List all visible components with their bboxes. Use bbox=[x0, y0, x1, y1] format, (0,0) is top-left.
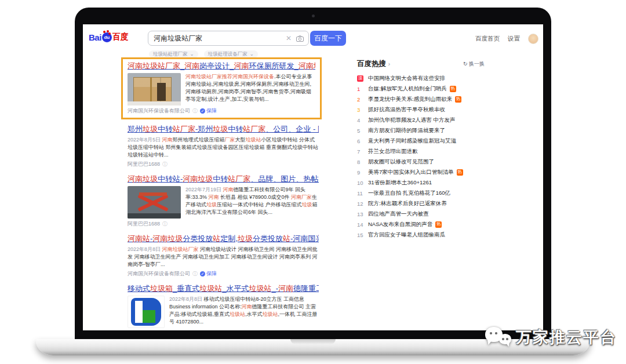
search-button[interactable]: 百度一下 bbox=[310, 31, 346, 46]
hot-search-header: 百度热搜 › ↻ 换一换 bbox=[357, 59, 485, 69]
hot-rank: 10 bbox=[357, 180, 365, 186]
hot-item[interactable]: 5南方朋友们期待的降温就要来了 bbox=[357, 125, 485, 136]
hot-item[interactable]: 1031省份新增本土360+1261 bbox=[357, 177, 485, 188]
hot-item[interactable]: 3抓好抗高温热害干旱夺秋粮丰收 bbox=[357, 104, 485, 115]
hot-rank: 2 bbox=[357, 96, 365, 103]
hot-rank: 14 bbox=[357, 221, 365, 228]
hot-item[interactable]: 4加州仇华犯罪频发2人遇害 中方发声 bbox=[357, 115, 485, 125]
hot-search-title[interactable]: 百度热搜 › bbox=[357, 59, 390, 69]
webcam-dot bbox=[312, 14, 315, 17]
search-result: 河南垃圾中转站-河南垃圾中转站厂家、品牌、图片、热帖-阿...2022年7月19… bbox=[128, 174, 319, 228]
watermark-text: 万家推云平台 bbox=[516, 327, 617, 348]
hot-rank: 11 bbox=[357, 190, 365, 196]
hot-item[interactable]: 2李显龙忧中美关系:感觉到山雨欲来热 bbox=[357, 94, 485, 104]
result-body: 河南垃圾站厂家推荐河南国兴环保设备.本公司专业从事河南垃圾站,河南垃圾房,河南环… bbox=[128, 73, 315, 105]
hot-rank: 12 bbox=[357, 201, 365, 207]
result-snippet: 河南垃圾站厂家推荐河南国兴环保设备.本公司专业从事河南垃圾站,河南垃圾房,河南环… bbox=[185, 73, 315, 105]
hot-item-text: 台媒:解放军无人机拍到金门哨兵 bbox=[368, 85, 447, 93]
hot-item-text: 31省份新增本土360+1261 bbox=[368, 179, 432, 187]
result-snippet: 2022年7月19日 河南德隆重工科技有限公司9年 回头率:33.3% 河南 长… bbox=[185, 186, 319, 219]
result-thumbnail[interactable] bbox=[128, 186, 181, 219]
settings-link[interactable]: 设置 bbox=[508, 35, 520, 43]
search-result: 移动式垃圾箱_垂直式垃圾站_水平式垃圾站_-河南德隆重工科...2022年8月8… bbox=[128, 284, 319, 330]
clear-icon[interactable]: ✕ bbox=[282, 34, 295, 42]
chevron-right-icon: › bbox=[388, 60, 390, 67]
hot-item-text: 官方回应女子曝老人组团偷南瓜 bbox=[368, 231, 445, 239]
hot-item[interactable]: 6意大利男子同时感染猴痘新冠与艾滋 bbox=[357, 136, 485, 146]
hot-item-text: 意大利男子同时感染猴痘新冠与艾滋 bbox=[368, 137, 456, 145]
hot-rank: 15 bbox=[357, 232, 365, 238]
baidu-home-link[interactable]: 百度首页 bbox=[475, 35, 500, 43]
baidu-logo[interactable]: Bai du 百度 bbox=[89, 32, 129, 42]
info-icon: ⓘ bbox=[192, 270, 198, 278]
hot-item[interactable]: 11一张最丑自拍 扎克伯格花了160亿 bbox=[357, 188, 485, 198]
result-source: 河南国兴环保设备有限公司ⓘ✓保障 bbox=[128, 107, 315, 115]
hot-item[interactable]: 9美将7家中国实体列入出口管制清单热 bbox=[357, 167, 485, 177]
result-title-link[interactable]: 河南站-河南垃圾分类投放站定制,垃圾分类投放站-河南国兴... bbox=[128, 234, 319, 243]
hot-item[interactable]: 14NASA发布来自黑洞的声音热 bbox=[357, 219, 485, 230]
hot-item-text: 美将7家中国实体列入出口管制清单 bbox=[368, 169, 454, 176]
hot-badge: 热 bbox=[457, 169, 463, 176]
result-snippet: 2022年8月5日 河南郑州地埋式垃圾压缩箱厂家大型垃圾站小区垃圾中转站 分体式… bbox=[128, 136, 319, 159]
laptop-bezel: Bai du 百度 ✕ 百度一下 百度首页 设置 垃圾站处理厂家⌄垃圾处理设备厂… bbox=[75, 8, 551, 340]
shield-check-icon: ✓ bbox=[200, 271, 205, 276]
hot-badge: 热 bbox=[435, 221, 442, 228]
hot-rank: 9 bbox=[357, 169, 365, 176]
result-source: 阿里巴巴1688ⓘ bbox=[128, 161, 319, 168]
search-result: 河南垃圾站厂家_河南岗亭设计_河南环保厕所研发_河南垃圾...河南垃圾站厂家推荐… bbox=[121, 57, 322, 119]
hot-refresh-button[interactable]: ↻ 换一换 bbox=[463, 60, 485, 68]
guarantee-badge: ✓保障 bbox=[200, 270, 217, 278]
result-thumbnail[interactable] bbox=[128, 296, 165, 328]
search-input[interactable] bbox=[148, 34, 282, 42]
result-source: 阿里巴巴1688ⓘ bbox=[128, 220, 319, 228]
result-thumbnail[interactable] bbox=[128, 73, 181, 105]
topbar: 百度首页 设置 bbox=[475, 34, 538, 44]
hot-item-text: 一张最丑自拍 扎克伯格花了160亿 bbox=[368, 190, 450, 197]
wechat-icon bbox=[485, 326, 512, 349]
hot-item-text: 李显龙忧中美关系:感觉到山雨欲来 bbox=[368, 96, 452, 103]
result-source: 黄页88网ⓘ bbox=[128, 330, 319, 330]
search-box[interactable]: ✕ bbox=[148, 31, 309, 46]
hot-item-text: 四位地产高管一天内被查 bbox=[368, 210, 429, 218]
result-body: 2022年8月8日 移动式垃圾压缩中转站8-20立方压 工商信息 Busines… bbox=[128, 296, 319, 328]
hot-rank: 5 bbox=[357, 128, 365, 134]
hot-item[interactable]: 12院方:林志颖术后良好已返家休养 bbox=[357, 198, 485, 209]
hot-list: 顶中国网络文明大会将有这些安排1台媒:解放军无人机拍到金门哨兵热2李显龙忧中美关… bbox=[357, 73, 485, 240]
result-source: 河南国兴环保设备有限公司ⓘ✓保障 bbox=[128, 270, 319, 278]
result-snippet: 2022年8月8日 移动式垃圾压缩中转站8-20立方压 工商信息 Busines… bbox=[169, 296, 319, 328]
guarantee-badge: ✓保障 bbox=[200, 107, 217, 115]
hot-badge: 热 bbox=[455, 96, 461, 103]
logo-bai: Bai bbox=[89, 32, 101, 42]
hot-rank: 4 bbox=[357, 117, 365, 123]
hot-item-text: NASA发布来自黑洞的声音 bbox=[368, 221, 432, 228]
result-snippet: 2022年8月8日 河南垃圾站厂家 河南垃圾站设计 河南移动卫生间 河南移动卫生… bbox=[128, 246, 319, 268]
hot-item-text: 抓好抗高温热害干旱夺秋粮丰收 bbox=[368, 106, 445, 114]
result-title-link[interactable]: 河南垃圾中转站-河南垃圾中转站厂家、品牌、图片、热帖-阿... bbox=[128, 174, 319, 184]
hot-item[interactable]: 顶中国网络文明大会将有这些安排 bbox=[357, 73, 485, 83]
hot-item[interactable]: 15官方回应女子曝老人组团偷南瓜 bbox=[357, 230, 485, 240]
hot-item-text: 芬兰女总理出面道歉 bbox=[368, 148, 418, 155]
hot-rank: 13 bbox=[357, 211, 365, 217]
hot-item[interactable]: 8朋友圈可以修改可见范围了 bbox=[357, 156, 485, 167]
wechat-bubble-small bbox=[499, 334, 511, 344]
hot-item[interactable]: 1台媒:解放军无人机拍到金门哨兵热 bbox=[357, 83, 485, 94]
watermark: 万家推云平台 bbox=[485, 326, 617, 349]
logo-cn: 百度 bbox=[112, 32, 129, 42]
info-icon: ⓘ bbox=[151, 330, 156, 330]
search-result: 郑州垃圾中转站厂家-郑州垃圾中转站厂家、公司、企业 - 阿...2022年8月5… bbox=[128, 125, 319, 168]
shield-check-icon: ✓ bbox=[200, 108, 205, 114]
result-body: 2022年8月5日 河南郑州地埋式垃圾压缩箱厂家大型垃圾站小区垃圾中转站 分体式… bbox=[128, 136, 319, 159]
hot-badge: 热 bbox=[450, 86, 456, 92]
hot-item-text: 朋友圈可以修改可见范围了 bbox=[368, 158, 434, 166]
result-title-link[interactable]: 郑州垃圾中转站厂家-郑州垃圾中转站厂家、公司、企业 - 阿... bbox=[128, 125, 319, 134]
result-title-link[interactable]: 移动式垃圾箱_垂直式垃圾站_水平式垃圾站_-河南德隆重工科... bbox=[128, 284, 319, 293]
user-avatar[interactable] bbox=[528, 34, 538, 44]
camera-search-icon[interactable] bbox=[295, 35, 308, 42]
hot-item[interactable]: 13四位地产高管一天内被查 bbox=[357, 209, 485, 219]
result-title-link[interactable]: 河南垃圾站厂家_河南岗亭设计_河南环保厕所研发_河南垃圾... bbox=[128, 61, 315, 71]
hot-item-text: 院方:林志颖术后良好已返家休养 bbox=[368, 200, 447, 208]
hot-item[interactable]: 7芬兰女总理出面道歉 bbox=[357, 146, 485, 156]
result-body: 2022年8月8日 河南垃圾站厂家 河南垃圾站设计 河南移动卫生间 河南移动卫生… bbox=[128, 246, 319, 268]
search-result: 河南站-河南垃圾分类投放站定制,垃圾分类投放站-河南国兴...2022年8月8日… bbox=[128, 234, 319, 278]
laptop-notch bbox=[290, 339, 336, 344]
